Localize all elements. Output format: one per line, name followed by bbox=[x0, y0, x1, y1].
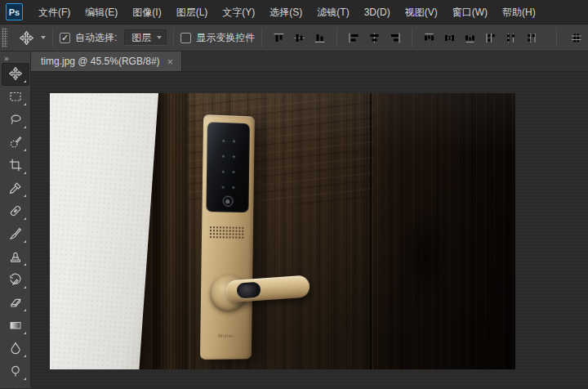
align-vertical-centers-icon[interactable] bbox=[293, 32, 306, 43]
history-brush-icon bbox=[9, 273, 22, 288]
tool-eyedropper[interactable] bbox=[2, 177, 29, 200]
auto-select-checkbox[interactable]: ✓ 自动选择: bbox=[60, 31, 117, 45]
divider bbox=[336, 28, 337, 47]
tool-blur[interactable] bbox=[2, 338, 29, 360]
eyedropper-icon bbox=[9, 181, 22, 197]
tool-preset-picker[interactable] bbox=[20, 31, 46, 45]
menu-file[interactable]: 文件(F) bbox=[31, 0, 78, 25]
menu-bar: Ps 文件(F) 编辑(E) 图像(I) 图层(L) 文字(Y) 选择(S) 滤… bbox=[0, 0, 588, 25]
droplet-icon bbox=[9, 342, 22, 357]
tools-panel: » bbox=[0, 51, 31, 388]
tool-pen[interactable] bbox=[2, 383, 29, 388]
show-transform-checkbox[interactable]: 显示变换控件 bbox=[180, 31, 255, 45]
document-image[interactable]: Wulian bbox=[50, 93, 515, 369]
checkbox-checked-icon: ✓ bbox=[60, 33, 70, 43]
tool-rectangular-marquee[interactable] bbox=[2, 86, 29, 109]
move-tool-icon bbox=[20, 31, 33, 45]
chevron-down-icon bbox=[41, 36, 46, 39]
distribute-top-edges-icon[interactable] bbox=[423, 32, 436, 43]
menu-view[interactable]: 视图(V) bbox=[398, 0, 445, 25]
distribute-bottom-edges-icon[interactable] bbox=[464, 32, 477, 43]
keypad-glass-panel bbox=[206, 122, 250, 212]
main-menu: 文件(F) 编辑(E) 图像(I) 图层(L) 文字(Y) 选择(S) 滤镜(T… bbox=[31, 0, 543, 25]
dropdown-value: 图层 bbox=[131, 31, 151, 45]
marquee-icon bbox=[9, 90, 22, 105]
door-seam bbox=[370, 93, 373, 369]
auto-select-label: 自动选择: bbox=[75, 31, 117, 45]
menu-filter[interactable]: 滤镜(T) bbox=[310, 0, 356, 25]
distribute-left-edges-icon[interactable] bbox=[484, 32, 497, 43]
tool-gradient[interactable] bbox=[2, 315, 29, 338]
options-bar-grip[interactable] bbox=[2, 28, 7, 47]
keypad-dots bbox=[216, 132, 242, 190]
wood-knot bbox=[399, 208, 452, 306]
canvas-area[interactable]: Wulian bbox=[31, 72, 588, 388]
document-tab[interactable]: timg.jpg @ 45.5%(RGB/8#) × bbox=[31, 51, 182, 71]
divider bbox=[52, 28, 53, 47]
gradient-icon bbox=[9, 319, 22, 334]
lasso-icon bbox=[9, 113, 22, 128]
document-tab-title: timg.jpg @ 45.5%(RGB/8#) bbox=[41, 56, 160, 67]
doorbell-icon bbox=[222, 196, 233, 207]
lock-brand-text: Wulian bbox=[200, 333, 252, 338]
pen-icon bbox=[9, 387, 22, 389]
tool-lasso[interactable] bbox=[2, 109, 29, 132]
menu-3d[interactable]: 3D(D) bbox=[357, 0, 398, 25]
collapse-panel-button[interactable]: » bbox=[0, 51, 30, 63]
door-handle bbox=[225, 275, 310, 302]
align-right-edges-icon[interactable] bbox=[389, 32, 402, 43]
align-top-edges-icon[interactable] bbox=[273, 32, 286, 43]
tool-move[interactable] bbox=[2, 63, 29, 86]
white-wall bbox=[50, 93, 159, 369]
move-tool-icon bbox=[9, 67, 22, 83]
distribute-vertical-centers-icon[interactable] bbox=[443, 32, 457, 43]
options-bar: ✓ 自动选择: 图层 显示变换控件 bbox=[0, 25, 588, 51]
dodge-icon bbox=[9, 364, 22, 380]
menu-edit[interactable]: 编辑(E) bbox=[78, 0, 125, 25]
menu-image[interactable]: 图像(I) bbox=[125, 0, 168, 25]
chevron-down-icon bbox=[157, 36, 162, 39]
tool-brush[interactable] bbox=[2, 223, 29, 246]
menu-type[interactable]: 文字(Y) bbox=[215, 0, 262, 25]
crop-icon bbox=[9, 159, 22, 174]
align-left-edges-icon[interactable] bbox=[348, 32, 361, 43]
quick-selection-icon bbox=[9, 136, 22, 151]
fingerprint-sensor bbox=[236, 282, 261, 299]
auto-align-layers-icon[interactable] bbox=[570, 32, 583, 43]
lock-body: Wulian bbox=[200, 114, 255, 360]
photoshop-logo[interactable]: Ps bbox=[6, 3, 23, 20]
stamp-icon bbox=[9, 250, 22, 266]
speaker-grille bbox=[209, 226, 245, 239]
menu-layer[interactable]: 图层(L) bbox=[169, 0, 216, 25]
close-tab-icon[interactable]: × bbox=[167, 56, 174, 67]
tool-eraser[interactable] bbox=[2, 292, 29, 315]
bandage-icon bbox=[9, 204, 22, 220]
distribute-horizontal-centers-icon[interactable] bbox=[505, 32, 518, 43]
tool-clone-stamp[interactable] bbox=[2, 246, 29, 269]
divider bbox=[173, 28, 174, 47]
divider bbox=[556, 28, 557, 47]
auto-select-target-dropdown[interactable]: 图层 bbox=[124, 29, 167, 46]
door-frame bbox=[153, 93, 190, 369]
brush-icon bbox=[9, 227, 22, 243]
tool-quick-selection[interactable] bbox=[2, 132, 29, 154]
divider bbox=[412, 28, 412, 47]
menu-window[interactable]: 窗口(W) bbox=[445, 0, 495, 25]
divider bbox=[261, 28, 262, 47]
smart-lock: Wulian bbox=[202, 114, 254, 360]
eraser-icon bbox=[9, 296, 22, 311]
tool-history-brush[interactable] bbox=[2, 269, 29, 292]
show-transform-label: 显示变换控件 bbox=[196, 31, 255, 45]
tool-crop[interactable] bbox=[2, 154, 29, 177]
tab-strip: timg.jpg @ 45.5%(RGB/8#) × bbox=[31, 51, 588, 72]
align-bottom-edges-icon[interactable] bbox=[314, 32, 327, 43]
align-horizontal-centers-icon[interactable] bbox=[368, 32, 381, 43]
checkbox-unchecked-icon bbox=[180, 33, 191, 43]
tool-dodge[interactable] bbox=[2, 360, 29, 383]
menu-select[interactable]: 选择(S) bbox=[262, 0, 310, 25]
distribute-right-edges-icon[interactable] bbox=[525, 32, 538, 43]
tool-spot-healing-brush[interactable] bbox=[2, 200, 29, 223]
menu-help[interactable]: 帮助(H) bbox=[495, 0, 543, 25]
